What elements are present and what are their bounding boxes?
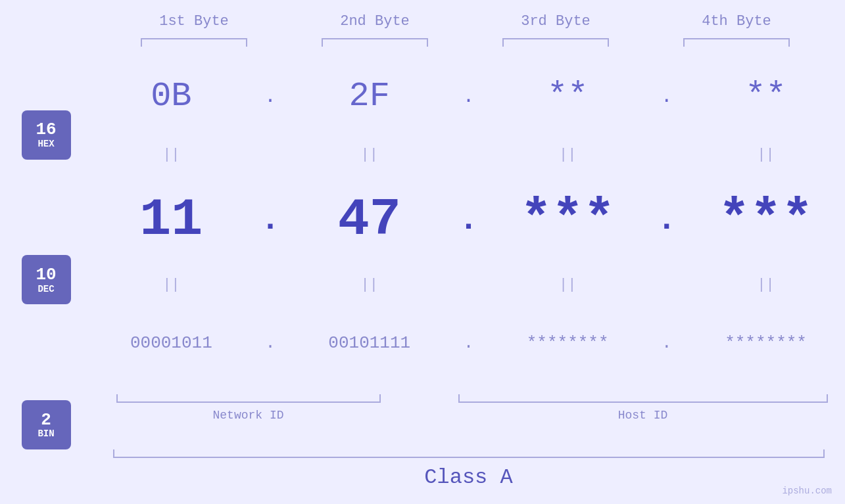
dec-sep2: .: [455, 201, 481, 239]
hex-badge: 16 HEX: [22, 110, 71, 160]
eq1-b3: ||: [495, 147, 640, 163]
dec-b3-cell: ***: [495, 190, 640, 250]
hex-sep2: .: [455, 85, 481, 108]
bin-b1-value: 00001011: [130, 333, 212, 353]
dec-badge-label: DEC: [37, 285, 54, 294]
network-id-label: Network ID: [97, 409, 400, 422]
bottom-brackets-row: Network ID Host ID: [92, 393, 845, 422]
eq1-b2: ||: [297, 147, 442, 163]
eq2-b4: ||: [694, 277, 838, 293]
equals-row-2: || || || ||: [92, 275, 845, 294]
bin-b2-cell: 00101111: [297, 333, 442, 353]
hex-row: 0B . 2F . ** . **: [92, 70, 845, 123]
byte-headers: 1st Byte 2nd Byte 3rd Byte 4th Byte: [104, 13, 827, 30]
hex-sep3: .: [654, 85, 680, 108]
bin-b3-cell: ********: [495, 333, 640, 353]
dec-badge: 10 DEC: [22, 255, 71, 304]
eq2-b1: ||: [99, 277, 243, 293]
bracket-top-3: [483, 35, 628, 49]
eq1-b4: ||: [694, 147, 838, 163]
hex-b4-value: **: [745, 77, 786, 116]
byte3-label: 3rd Byte: [483, 13, 628, 30]
hex-sep1: .: [257, 85, 283, 108]
dec-sep3-dot: .: [657, 201, 677, 239]
bin-sep3-dot: .: [662, 333, 672, 353]
dec-b2-value: 47: [338, 190, 401, 250]
class-bracket-group: Class A: [92, 448, 845, 490]
bin-b4-cell: ********: [694, 333, 838, 353]
bin-b1-cell: 00001011: [99, 333, 243, 353]
bracket-top-4: [664, 35, 809, 49]
dec-b4-value: ***: [719, 190, 813, 250]
bin-sep1-dot: .: [265, 333, 276, 353]
hex-sep1-dot: .: [264, 85, 276, 108]
host-bracket-svg: [452, 393, 834, 406]
dec-b1-value: 11: [139, 190, 203, 250]
dec-b2-cell: 47: [297, 190, 442, 250]
bin-b3-value: ********: [527, 333, 609, 353]
dec-sep2-dot: .: [458, 201, 478, 239]
hex-b3-cell: **: [495, 77, 640, 116]
byte1-label: 1st Byte: [122, 13, 266, 30]
brackets-top: [104, 35, 827, 49]
hex-badge-number: 16: [36, 120, 56, 139]
network-bracket-svg: [110, 393, 387, 406]
watermark: ipshu.com: [782, 486, 832, 496]
dec-b4-cell: ***: [694, 190, 838, 250]
equals-row-1: || || || ||: [92, 145, 845, 165]
host-id-label: Host ID: [433, 409, 846, 422]
network-bracket-group: Network ID: [97, 393, 400, 422]
main-grid: 16 HEX 10 DEC 2 BIN 0B .: [0, 56, 845, 504]
badge-column: 16 HEX 10 DEC 2 BIN: [0, 56, 92, 504]
eq2-b2: ||: [297, 277, 442, 293]
dec-sep3: .: [654, 201, 680, 239]
hex-badge-label: HEX: [37, 139, 54, 149]
bin-row: 00001011 . 00101111 . ******** .: [92, 317, 845, 369]
byte4-label: 4th Byte: [664, 13, 809, 30]
dec-sep1: .: [257, 201, 283, 239]
dec-b1-cell: 11: [99, 190, 243, 250]
hex-b2-cell: 2F: [297, 77, 442, 116]
dec-row: 11 . 47 . *** . ***: [92, 187, 845, 253]
values-area: 0B . 2F . ** . **: [92, 56, 845, 504]
bracket-top-2: [302, 35, 447, 49]
dec-badge-number: 10: [36, 265, 56, 285]
bin-b2-value: 00101111: [328, 333, 410, 353]
bin-badge: 2 BIN: [22, 400, 71, 449]
hex-b2-value: 2F: [349, 77, 390, 116]
class-bracket-svg: [107, 448, 831, 461]
host-bracket-group: Host ID: [446, 393, 840, 422]
class-a-label: Class A: [424, 465, 512, 490]
hex-b1-cell: 0B: [99, 77, 243, 116]
bin-badge-number: 2: [41, 411, 51, 430]
bin-sep1: .: [257, 333, 283, 353]
bin-badge-label: BIN: [37, 429, 54, 439]
bin-sep3: .: [654, 333, 680, 353]
byte2-label: 2nd Byte: [302, 13, 447, 30]
bin-sep2: .: [455, 333, 481, 353]
eq1-b1: ||: [99, 147, 243, 163]
dec-b3-value: ***: [520, 190, 615, 250]
hex-b1-value: 0B: [151, 77, 191, 116]
hex-b3-value: **: [547, 77, 588, 116]
bin-sep2-dot: .: [464, 333, 474, 353]
main-container: 1st Byte 2nd Byte 3rd Byte 4th Byte: [0, 0, 845, 504]
hex-b4-cell: **: [694, 77, 838, 116]
bin-b4-value: ********: [725, 333, 807, 353]
hex-sep2-dot: .: [462, 85, 474, 108]
bracket-top-1: [122, 35, 266, 49]
eq2-b3: ||: [495, 277, 640, 293]
hex-sep3-dot: .: [661, 85, 673, 108]
dec-sep1-dot: .: [260, 201, 280, 239]
